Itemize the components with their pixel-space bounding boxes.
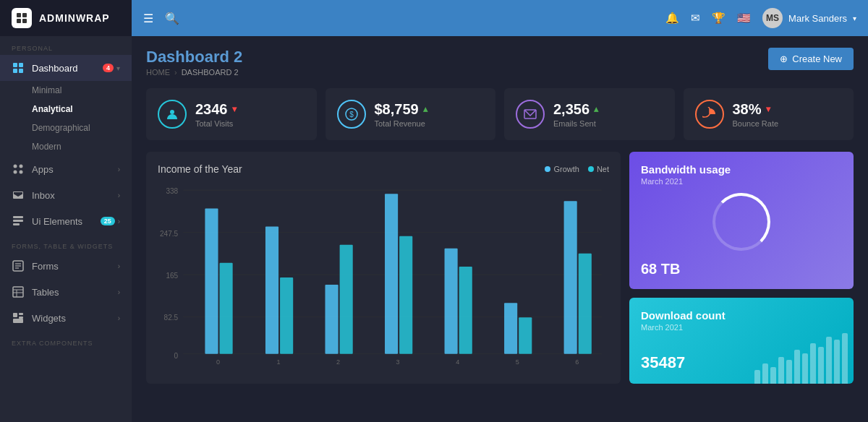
chart-svg: 338 247.5 165 82.5 0 0	[158, 184, 609, 371]
visits-icon	[158, 100, 187, 129]
create-plus-icon: ⊕	[780, 53, 788, 64]
section-label-personal: PERSONAL	[0, 36, 132, 55]
sidebar-item-tables[interactable]: Tables ›	[0, 279, 132, 305]
svg-rect-42	[220, 263, 233, 354]
svg-rect-3	[22, 19, 27, 23]
forms-chevron: ›	[118, 262, 120, 270]
sidebar-item-apps[interactable]: Apps ›	[0, 156, 132, 182]
svg-rect-60	[579, 254, 592, 354]
legend-dot-growth	[545, 166, 550, 172]
download-card: Download count March 2021 35487	[629, 298, 854, 384]
sidebar: ADMINWRAP PERSONAL Dashboard 4 ▾ Minimal…	[0, 0, 132, 422]
sidebar-item-inbox[interactable]: Inbox ›	[0, 182, 132, 208]
svg-rect-4	[13, 63, 17, 67]
svg-rect-13	[13, 220, 23, 222]
stat-card-total-revenue: $ $8,759 ▴ Total Revenue	[326, 88, 496, 140]
svg-rect-1	[22, 13, 27, 17]
svg-rect-14	[13, 223, 20, 225]
svg-rect-51	[399, 236, 412, 354]
stat-card-bounce-rate: 38% ▾ Bounce Rate	[684, 88, 854, 140]
svg-point-10	[14, 171, 17, 174]
download-title: Download count	[641, 309, 842, 322]
sidebar-item-widgets[interactable]: Widgets ›	[0, 305, 132, 331]
stats-row: 2346 ▾ Total Visits $ $8,759	[146, 88, 854, 140]
emails-trend: ▴	[594, 104, 598, 114]
ui-elements-label: Ui Elements	[32, 216, 101, 227]
stat-card-emails-sent: 2,356 ▴ Emails Sent	[504, 88, 675, 140]
ui-elements-badge: 25	[101, 217, 115, 225]
apps-chevron: ›	[118, 165, 120, 173]
sub-item-modern[interactable]: Modern	[0, 137, 132, 156]
breadcrumb-current: DASHBOARD 2	[182, 68, 239, 77]
svg-rect-23	[13, 313, 17, 317]
search-icon[interactable]: 🔍	[165, 12, 179, 25]
user-chevron-icon: ▾	[853, 14, 856, 22]
svg-text:247.5: 247.5	[160, 230, 179, 238]
svg-rect-7	[19, 69, 23, 73]
svg-rect-12	[13, 216, 23, 218]
svg-rect-24	[19, 313, 23, 315]
svg-rect-47	[325, 285, 338, 354]
sub-item-analytical[interactable]: Analytical	[0, 100, 132, 119]
svg-rect-19	[13, 287, 23, 297]
svg-rect-0	[17, 13, 21, 17]
breadcrumb-separator: ›	[174, 68, 177, 77]
svg-rect-53	[445, 249, 458, 354]
svg-rect-57	[519, 317, 532, 353]
trophy-icon[interactable]: 🏆	[712, 12, 726, 25]
chart-card: Income of the Year Growth Net	[146, 152, 621, 384]
svg-point-27	[170, 110, 174, 114]
section-label-forms: FORMS, TABLE & WIDGETS	[0, 234, 132, 253]
breadcrumb-home: HOME	[146, 68, 170, 77]
svg-rect-44	[265, 227, 278, 354]
dashboard-badge: 4	[103, 64, 114, 72]
svg-text:0: 0	[174, 352, 179, 360]
dashboard-icon	[12, 61, 25, 74]
legend-net: Net	[588, 165, 609, 173]
topbar: ☰ 🔍 🔔 ✉ 🏆 🇺🇸 MS Mark Sanders ▾	[132, 0, 868, 36]
bounce-label: Bounce Rate	[733, 119, 843, 128]
svg-rect-41	[205, 208, 218, 353]
download-bar	[842, 333, 848, 384]
mail-icon[interactable]: ✉	[691, 12, 700, 25]
revenue-label: Total Revenue	[375, 119, 485, 128]
bandwidth-circle	[712, 193, 770, 251]
inbox-icon	[12, 189, 25, 202]
menu-icon[interactable]: ☰	[143, 12, 153, 25]
user-name: Mark Sanders	[788, 13, 847, 24]
forms-label: Forms	[32, 261, 118, 272]
legend-growth-label: Growth	[553, 165, 579, 173]
sidebar-item-dashboard[interactable]: Dashboard 4 ▾	[0, 55, 132, 81]
revenue-info: $8,759 ▴ Total Revenue	[375, 101, 485, 128]
page-title: Dashboard 2	[146, 48, 242, 66]
stat-card-total-visits: 2346 ▾ Total Visits	[146, 88, 317, 140]
chart-legend: Growth Net	[545, 165, 609, 173]
inbox-label: Inbox	[32, 190, 118, 201]
bandwidth-circle-wrapper	[641, 193, 842, 251]
tables-icon	[12, 285, 25, 298]
bandwidth-value: 68 TB	[641, 261, 842, 277]
emails-label: Emails Sent	[553, 119, 663, 128]
visits-value: 2346 ▾	[195, 101, 305, 118]
bounce-icon	[695, 100, 724, 129]
legend-growth: Growth	[545, 165, 579, 173]
sub-item-demographical[interactable]: Demographical	[0, 119, 132, 137]
widgets-label: Widgets	[32, 313, 118, 324]
page-header: Dashboard 2 HOME › DASHBOARD 2 ⊕ Create …	[146, 48, 854, 77]
topbar-right: 🔔 ✉ 🏆 🇺🇸 MS Mark Sanders ▾	[665, 8, 856, 28]
flag-icon[interactable]: 🇺🇸	[737, 12, 751, 25]
legend-dot-net	[588, 166, 594, 172]
sidebar-item-ui-elements[interactable]: Ui Elements 25 ›	[0, 208, 132, 234]
tables-label: Tables	[32, 287, 118, 298]
sub-item-minimal[interactable]: Minimal	[0, 81, 132, 100]
bell-icon[interactable]: 🔔	[665, 12, 679, 25]
svg-rect-59	[564, 201, 577, 353]
svg-text:3: 3	[396, 358, 400, 366]
ui-elements-icon	[12, 215, 25, 228]
inbox-chevron: ›	[118, 191, 120, 199]
svg-rect-54	[459, 267, 472, 354]
breadcrumb: HOME › DASHBOARD 2	[146, 68, 242, 77]
sidebar-item-forms[interactable]: Forms ›	[0, 253, 132, 279]
user-info[interactable]: MS Mark Sanders ▾	[762, 8, 856, 28]
create-new-button[interactable]: ⊕ Create New	[768, 48, 854, 70]
